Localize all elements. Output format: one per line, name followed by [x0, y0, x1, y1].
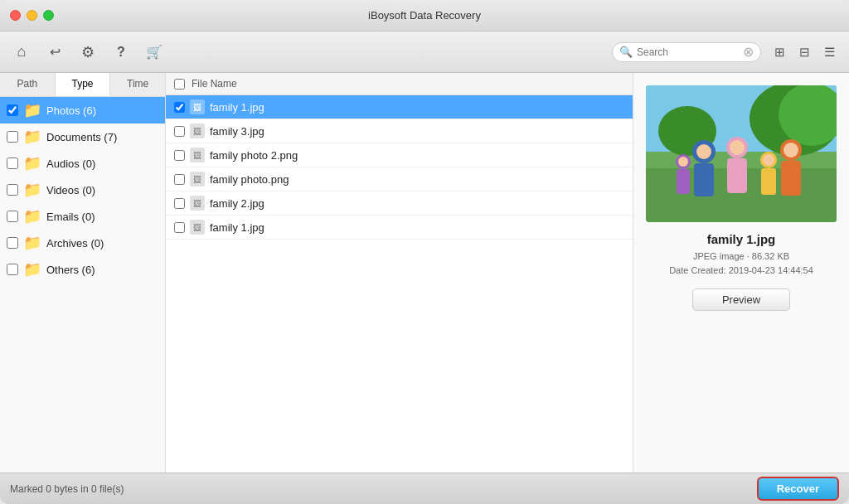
- svg-point-16: [696, 144, 711, 159]
- status-text: Marked 0 bytes in 0 file(s): [10, 483, 124, 495]
- sidebar-item-audios[interactable]: 📁 Audios (0): [0, 150, 165, 177]
- tab-path[interactable]: Path: [0, 73, 56, 96]
- preview-filename: family 1.jpg: [707, 232, 776, 246]
- archives-checkbox[interactable]: [7, 237, 18, 249]
- svg-point-17: [730, 140, 745, 155]
- sidebar-item-documents[interactable]: 📁 Documents (7): [0, 124, 165, 150]
- file-row[interactable]: 🖼 family 3.jpg: [166, 119, 633, 143]
- file-name: family 1.jpg: [210, 101, 264, 114]
- file-thumbnail: 🖼: [190, 172, 205, 187]
- file-checkbox[interactable]: [174, 222, 185, 233]
- select-all-checkbox[interactable]: [174, 79, 185, 90]
- thumbnail-view-icon[interactable]: ⊞: [769, 42, 789, 62]
- list-view-icon[interactable]: ☰: [819, 42, 839, 62]
- sidebar: Path Type Time 📁 Photos (6) 📁 Documents …: [0, 73, 166, 472]
- sidebar-item-photos[interactable]: 📁 Photos (6): [0, 97, 165, 124]
- documents-checkbox[interactable]: [7, 131, 18, 143]
- sidebar-item-others[interactable]: 📁 Others (6): [0, 256, 165, 283]
- sidebar-item-label: Archives (0): [46, 237, 104, 250]
- svg-point-20: [678, 157, 688, 167]
- sidebar-item-label: Audios (0): [46, 158, 95, 170]
- sidebar-item-label: Emails (0): [46, 211, 95, 223]
- settings-icon[interactable]: ⚙: [76, 41, 99, 64]
- tab-time[interactable]: Time: [110, 73, 165, 96]
- file-row[interactable]: 🖼 family 1.jpg: [166, 95, 633, 119]
- sidebar-item-emails[interactable]: 📁 Emails (0): [0, 203, 165, 230]
- file-thumbnail: 🖼: [190, 124, 205, 138]
- titlebar: iBoysoft Data Recovery: [0, 0, 849, 32]
- file-name-column-header: File Name: [192, 78, 237, 90]
- file-thumbnail: 🖼: [190, 148, 205, 162]
- file-checkbox[interactable]: [174, 102, 185, 113]
- close-button[interactable]: [10, 10, 21, 21]
- toolbar-left: ⌂ ↩ ⚙ ? 🛒: [10, 41, 166, 64]
- folder-icon: 📁: [23, 181, 41, 199]
- preview-svg: [646, 85, 837, 222]
- status-bar: Marked 0 bytes in 0 file(s) Recover: [0, 472, 849, 504]
- folder-icon: 📁: [23, 260, 41, 279]
- search-icon: 🔍: [619, 46, 633, 58]
- preview-button[interactable]: Preview: [692, 288, 790, 311]
- file-list: 🖼 family 1.jpg 🖼 family 3.jpg 🖼 family p…: [166, 95, 633, 472]
- file-checkbox[interactable]: [174, 174, 185, 185]
- file-checkbox[interactable]: [174, 150, 185, 161]
- preview-image: [646, 85, 837, 222]
- file-thumbnail: 🖼: [190, 196, 205, 211]
- others-checkbox[interactable]: [7, 264, 18, 275]
- grid-view-icon[interactable]: ⊟: [794, 42, 814, 62]
- toolbar: ⌂ ↩ ⚙ ? 🛒 🔍 ⊗ ⊞ ⊟ ☰: [0, 32, 849, 73]
- file-list-panel: File Name 🖼 family 1.jpg 🖼 family 3.jpg …: [166, 73, 633, 472]
- clear-search-icon[interactable]: ⊗: [743, 46, 754, 59]
- folder-icon: 📁: [23, 154, 41, 172]
- tab-bar: Path Type Time: [0, 73, 165, 97]
- file-row[interactable]: 🖼 family photo 2.png: [166, 143, 633, 167]
- svg-rect-7: [694, 163, 714, 196]
- file-thumbnail: 🖼: [190, 99, 205, 114]
- file-name: family 2.jpg: [210, 197, 264, 210]
- videos-checkbox[interactable]: [7, 184, 18, 196]
- sidebar-list: 📁 Photos (6) 📁 Documents (7) 📁 Audios (0…: [0, 97, 165, 472]
- emails-checkbox[interactable]: [7, 211, 18, 222]
- svg-rect-9: [727, 158, 747, 193]
- search-input[interactable]: [637, 46, 739, 58]
- minimize-button[interactable]: [27, 10, 37, 21]
- traffic-lights: [10, 10, 54, 21]
- sidebar-item-label: Others (6): [46, 264, 95, 276]
- svg-point-19: [784, 143, 798, 158]
- home-icon[interactable]: ⌂: [10, 41, 33, 64]
- audios-checkbox[interactable]: [7, 158, 18, 169]
- maximize-button[interactable]: [43, 10, 54, 21]
- file-list-header: File Name: [166, 73, 633, 95]
- file-name: family 3.jpg: [210, 125, 264, 138]
- folder-icon: 📁: [23, 207, 41, 225]
- preview-meta: JPEG image · 86.32 KB Date Created: 2019…: [669, 250, 813, 277]
- sidebar-item-videos[interactable]: 📁 Videos (0): [0, 177, 165, 203]
- preview-meta-line2: Date Created: 2019-04-23 14:44:54: [669, 265, 813, 275]
- sidebar-item-label: Documents (7): [46, 131, 117, 143]
- file-name: family photo.png: [210, 173, 289, 186]
- preview-meta-line1: JPEG image · 86.32 KB: [693, 251, 789, 261]
- content-area: Path Type Time 📁 Photos (6) 📁 Documents …: [0, 73, 849, 472]
- sidebar-item-archives[interactable]: 📁 Archives (0): [0, 230, 165, 256]
- folder-icon: 📁: [23, 101, 41, 119]
- back-icon[interactable]: ↩: [43, 41, 66, 64]
- recover-button[interactable]: Recover: [757, 477, 839, 501]
- help-icon[interactable]: ?: [109, 41, 133, 64]
- window-title: iBoysoft Data Recovery: [368, 9, 481, 22]
- cart-icon[interactable]: 🛒: [143, 41, 166, 64]
- file-name: family photo 2.png: [210, 149, 298, 162]
- file-row[interactable]: 🖼 family 1.jpg: [166, 216, 633, 240]
- sidebar-item-label: Photos (6): [46, 104, 96, 117]
- folder-icon: 📁: [23, 234, 41, 252]
- view-icons: ⊞ ⊟ ☰: [769, 42, 839, 62]
- svg-rect-13: [781, 161, 801, 196]
- file-checkbox[interactable]: [174, 198, 185, 209]
- svg-point-18: [763, 154, 774, 166]
- tab-type[interactable]: Type: [56, 73, 111, 96]
- file-name: family 1.jpg: [210, 221, 264, 234]
- sidebar-item-label: Videos (0): [46, 184, 95, 196]
- file-row[interactable]: 🖼 family photo.png: [166, 167, 633, 191]
- file-row[interactable]: 🖼 family 2.jpg: [166, 191, 633, 216]
- file-checkbox[interactable]: [174, 126, 185, 137]
- photos-checkbox[interactable]: [7, 104, 18, 116]
